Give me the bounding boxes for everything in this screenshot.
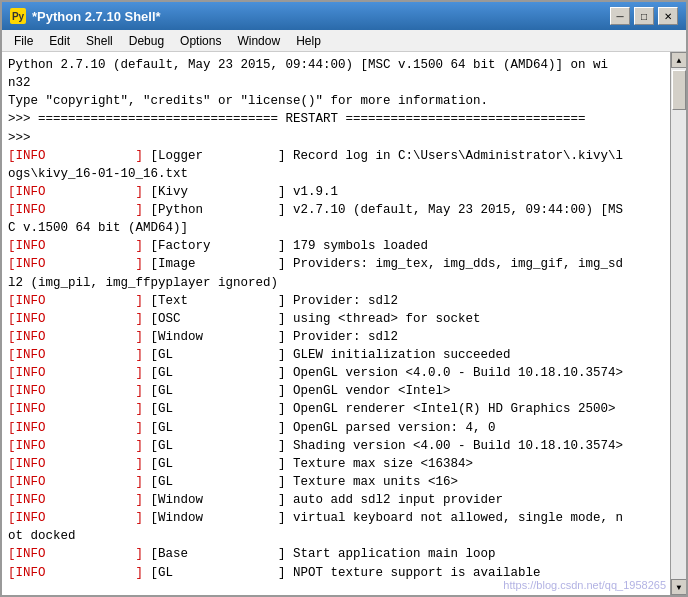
shell-line: [INFO ] [GL ] OpenGL renderer <Intel(R) … [8, 400, 664, 418]
menu-item-shell[interactable]: Shell [78, 32, 121, 50]
shell-line: [INFO ] [Window ] Provider: sdl2 [8, 328, 664, 346]
scroll-thumb[interactable] [672, 70, 686, 110]
title-bar: Py *Python 2.7.10 Shell* ─ □ ✕ [2, 2, 686, 30]
shell-line: [INFO ] [GL ] OpenGL parsed version: 4, … [8, 419, 664, 437]
shell-line: [INFO ] [Logger ] Record log in C:\Users… [8, 147, 664, 183]
shell-line: [INFO ] [GL ] Texture max size <16384> [8, 455, 664, 473]
menu-item-debug[interactable]: Debug [121, 32, 172, 50]
close-button[interactable]: ✕ [658, 7, 678, 25]
shell-line: [INFO ] [Window ] auto add sdl2 input pr… [8, 491, 664, 509]
menu-item-window[interactable]: Window [229, 32, 288, 50]
shell-line: [INFO ] [Image ] Providers: img_tex, img… [8, 255, 664, 291]
menu-item-edit[interactable]: Edit [41, 32, 78, 50]
shell-line: [INFO ] [GL ] OpenGL vendor <Intel> [8, 382, 664, 400]
app-icon: Py [10, 8, 26, 24]
scroll-down-button[interactable]: ▼ [671, 579, 686, 595]
shell-line: [INFO ] [GL ] Texture max units <16> [8, 473, 664, 491]
shell-line: [INFO ] [Base ] Start application main l… [8, 545, 664, 563]
title-bar-left: Py *Python 2.7.10 Shell* [10, 8, 161, 24]
shell-line: [INFO ] [GL ] Shading version <4.00 - Bu… [8, 437, 664, 455]
maximize-button[interactable]: □ [634, 7, 654, 25]
scroll-up-button[interactable]: ▲ [671, 52, 686, 68]
shell-line: [INFO ] [OSC ] using <thread> for socket [8, 310, 664, 328]
menu-item-help[interactable]: Help [288, 32, 329, 50]
shell-line: [INFO ] [Kivy ] v1.9.1 [8, 183, 664, 201]
scrollbar[interactable]: ▲ ▼ [670, 52, 686, 595]
shell-line: [INFO ] [Window ] virtual keyboard not a… [8, 509, 664, 545]
menu-item-options[interactable]: Options [172, 32, 229, 50]
shell-line: [INFO ] [Python ] v2.7.10 (default, May … [8, 201, 664, 237]
window-controls: ─ □ ✕ [610, 7, 678, 25]
main-window: Py *Python 2.7.10 Shell* ─ □ ✕ FileEditS… [0, 0, 688, 597]
shell-line: Python 2.7.10 (default, May 23 2015, 09:… [8, 56, 664, 92]
minimize-button[interactable]: ─ [610, 7, 630, 25]
menu-item-file[interactable]: File [6, 32, 41, 50]
shell-line: [INFO ] [GL ] GLEW initialization succee… [8, 346, 664, 364]
shell-line: >>> [8, 129, 664, 147]
shell-output[interactable]: Python 2.7.10 (default, May 23 2015, 09:… [2, 52, 670, 595]
shell-line: [INFO ] [GL ] OpenGL version <4.0.0 - Bu… [8, 364, 664, 382]
shell-line: >>> ================================ RES… [8, 110, 664, 128]
menu-bar: FileEditShellDebugOptionsWindowHelp [2, 30, 686, 52]
shell-line: [INFO ] [Factory ] 179 symbols loaded [8, 237, 664, 255]
scroll-track [671, 68, 686, 579]
shell-content: Python 2.7.10 (default, May 23 2015, 09:… [2, 52, 686, 595]
shell-line: Type "copyright", "credits" or "license(… [8, 92, 664, 110]
watermark: https://blog.csdn.net/qq_1958265 [503, 579, 666, 591]
shell-line: [INFO ] [Text ] Provider: sdl2 [8, 292, 664, 310]
window-title: *Python 2.7.10 Shell* [32, 9, 161, 24]
